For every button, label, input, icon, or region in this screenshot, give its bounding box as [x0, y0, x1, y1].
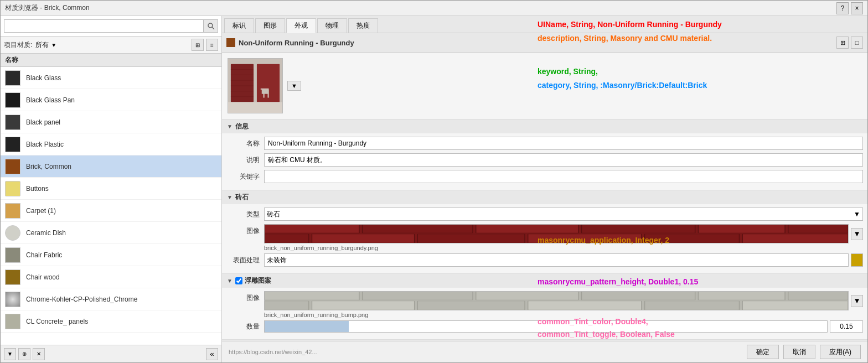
filter-dropdown[interactable]: 所有 ▼ [35, 40, 56, 50]
grid-view-button[interactable]: ⊞ [192, 39, 204, 51]
material-thumbnail [5, 70, 20, 86]
material-header-btns: ⊞ □ [836, 37, 863, 49]
search-icon [207, 22, 215, 30]
material-item[interactable]: Ceramic Dish [1, 222, 221, 244]
add-material-button[interactable]: ▼ [4, 348, 16, 360]
quantity-row: 数量 0.15 [226, 320, 863, 333]
brick-section: ▼ 砖石 类型 砖石 ▼ [222, 190, 867, 274]
material-name: Black Glass [26, 74, 61, 82]
quantity-bar[interactable] [264, 320, 828, 333]
material-name: Chair Fabric [26, 251, 62, 259]
bump-toggle-icon: ▼ [226, 278, 233, 284]
material-thumbnail [5, 115, 20, 130]
title-controls: ? × [836, 2, 863, 14]
material-item[interactable]: Chrome-Kohler-CP-Polished_Chrome [1, 288, 221, 310]
bump-checkbox[interactable] [235, 277, 242, 284]
material-item[interactable]: Brick, Common [1, 155, 221, 178]
surface-color-btn[interactable] [851, 253, 863, 267]
surface-select[interactable]: 未装饰 [264, 253, 849, 267]
material-item[interactable]: Black Plastic [1, 133, 221, 155]
expand-button[interactable]: ⊞ [836, 37, 849, 49]
svg-rect-15 [228, 102, 282, 113]
type-chevron-icon: ▼ [854, 210, 860, 218]
name-label: 名称 [226, 139, 260, 148]
material-item[interactable]: Carpet (1) [1, 200, 221, 222]
ok-button[interactable]: 确定 [747, 345, 779, 359]
keyword-input[interactable] [264, 170, 863, 183]
svg-rect-35 [788, 292, 848, 300]
info-section: ▼ 信息 名称 说明 关键字 [222, 120, 867, 190]
material-item[interactable]: Buttons [1, 178, 221, 200]
brick-section-header[interactable]: ▼ 砖石 [222, 190, 867, 204]
svg-rect-38 [528, 301, 642, 310]
brick-image-row: 图像 [226, 224, 863, 251]
material-name: Chair wood [26, 273, 60, 281]
material-name: Black panel [26, 118, 60, 126]
material-item[interactable]: Chair Fabric [1, 244, 221, 266]
desc-label: 说明 [226, 155, 260, 165]
material-name: Black Plastic [26, 141, 64, 148]
svg-rect-3 [231, 64, 254, 102]
type-select[interactable]: 砖石 ▼ [264, 208, 863, 221]
material-thumbnail [5, 314, 20, 329]
search-button[interactable] [204, 19, 218, 33]
search-input[interactable] [4, 19, 204, 33]
svg-rect-36 [312, 301, 414, 310]
material-item[interactable]: CL Concrete_ panels [1, 310, 221, 333]
svg-rect-30 [265, 292, 359, 300]
tab-rera[interactable]: 热度 [348, 18, 378, 33]
material-item[interactable]: Chair wood [1, 266, 221, 288]
list-view-button[interactable]: ≡ [206, 39, 218, 51]
svg-rect-24 [417, 234, 525, 243]
preview-controls: ▼ [287, 81, 301, 91]
type-value: 砖石 [267, 210, 280, 219]
close-button[interactable]: × [851, 2, 863, 14]
material-item[interactable]: Black panel [1, 111, 221, 133]
desc-row: 说明 [226, 153, 863, 167]
info-section-header[interactable]: ▼ 信息 [222, 120, 867, 133]
delete-button[interactable]: ✕ [33, 348, 45, 360]
bump-section-header[interactable]: ▼ 浮雕图案 [222, 274, 867, 288]
name-input[interactable] [264, 137, 863, 150]
svg-rect-32 [476, 292, 578, 300]
title-bar: 材质浏览器 - Brick, Common ? × [1, 1, 867, 16]
svg-rect-33 [582, 292, 695, 300]
quantity-value: 0.15 [830, 320, 863, 333]
material-list: 名称 Black GlassBlack Glass PanBlack panel… [1, 54, 221, 345]
quantity-bar-container: 0.15 [264, 320, 863, 333]
material-header-name: Non-Uniform Running - Burgundy [239, 39, 836, 47]
tab-tuxing[interactable]: 图形 [255, 18, 285, 33]
tab-wuli[interactable]: 物理 [317, 18, 347, 33]
material-thumbnail [5, 292, 20, 307]
svg-rect-18 [363, 225, 473, 233]
svg-rect-23 [312, 234, 414, 243]
preview-svg [228, 58, 282, 113]
material-item[interactable]: Black Glass [1, 67, 221, 89]
material-name: Brick, Common [26, 163, 71, 170]
info-section-title: 信息 [235, 122, 249, 131]
brick-texture-svg [265, 225, 848, 243]
brick-texture [264, 224, 849, 243]
cancel-button[interactable]: 取消 [783, 345, 815, 359]
svg-rect-41 [265, 301, 309, 310]
copy-button[interactable]: □ [851, 37, 863, 49]
filter-label: 项目材质: [4, 40, 32, 50]
collapse-panel-button[interactable]: « [206, 348, 218, 360]
help-button[interactable]: ? [836, 2, 849, 14]
surface-value: 未装饰 [267, 256, 287, 265]
filter-controls: ⊞ ≡ [192, 39, 218, 51]
bump-image-options-button[interactable]: ▼ [851, 295, 863, 307]
apply-button[interactable]: 应用(A) [820, 345, 861, 359]
brick-image-options-button[interactable]: ▼ [851, 228, 863, 240]
svg-rect-27 [742, 234, 848, 243]
svg-rect-40 [742, 301, 848, 310]
tab-biaoshi[interactable]: 标识 [224, 18, 254, 33]
duplicate-button[interactable]: ⊕ [18, 348, 30, 360]
bump-image-content: ▼ brick_non_uniform_running_bump.png [264, 291, 863, 318]
preview-options-button[interactable]: ▼ [287, 81, 301, 91]
desc-input[interactable] [264, 153, 863, 167]
tab-waiguan[interactable]: 外观 [286, 18, 316, 33]
material-name: Carpet (1) [26, 207, 56, 215]
material-item[interactable]: Black Glass Pan [1, 89, 221, 111]
material-thumbnail [5, 203, 20, 219]
